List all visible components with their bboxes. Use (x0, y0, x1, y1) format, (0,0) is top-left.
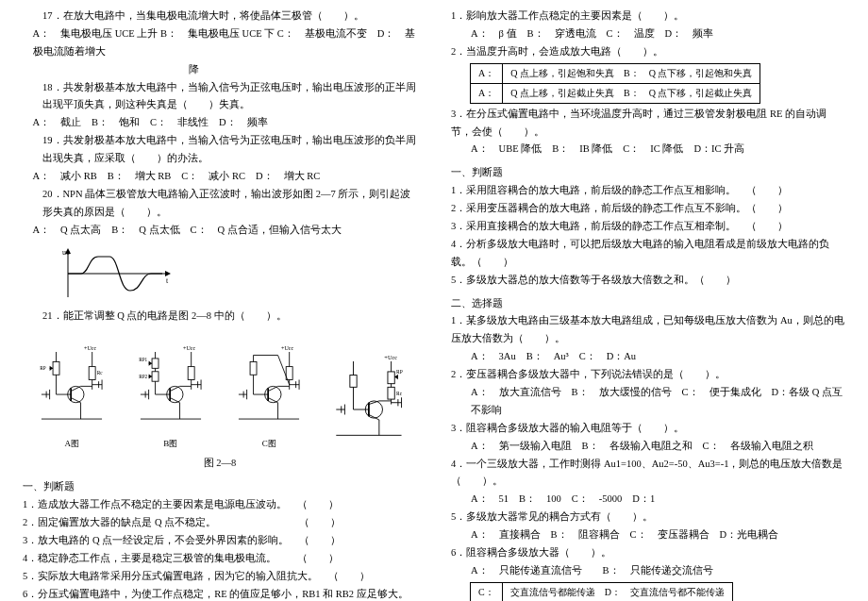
svg-rect-8 (89, 367, 95, 380)
r-judgment-2: 2．采用变压器耦合的放大电路，前后级的静态工作点互不影响。（ ） (451, 200, 845, 218)
svg-rect-99 (350, 376, 357, 388)
question-17: 17．在放大电路中，当集电极电流增大时，将使晶体三极管（ ）。 (23, 8, 417, 25)
circuit-a-label: A图 (65, 439, 80, 448)
r-select-5-options: A： 直接耦合 B： 阻容耦合 C： 变压器耦合 D：光电耦合 (451, 526, 845, 544)
svg-text:+Ucc: +Ucc (281, 346, 293, 352)
r-select-1-options: A： 3Au B： Au³ C： D：Au (451, 348, 845, 366)
circuit-c-label: C图 (262, 439, 276, 448)
r-select-3-options: A： 第一级输入电阻 B： 各级输入电阻之和 C： 各级输入电阻之积 (451, 438, 845, 456)
svg-marker-23 (50, 366, 53, 371)
svg-text:RP: RP (40, 365, 45, 371)
svg-text:t: t (166, 276, 169, 285)
section-judgment: 一、判断题 (23, 478, 417, 496)
circuit-d: +Ucc RP Rc (326, 349, 410, 451)
r-select-1: 1．某多级放大电路由三级基本放大电路组成，已知每级电压放大倍数为 Au，则总的电… (451, 312, 845, 348)
svg-text:Rc: Rc (396, 392, 403, 397)
svg-text:+Ucc: +Ucc (183, 346, 195, 352)
r-judgment-3: 3．采用直接耦合的放大电路，前后级的静态工作点互相牵制。 （ ） (451, 218, 845, 236)
judgment-6: 6．分压式偏置电路中，为使工作点稳定，RE 的值应足够小，RB1 和 RB2 应… (23, 586, 417, 601)
svg-rect-70 (250, 362, 257, 376)
r-section-judgment: 一、判断题 (451, 164, 845, 182)
r-question-3-options: A： UBE 降低 B： IB 降低 C： IC 降低 D：IC 升高 (451, 141, 845, 159)
judgment-2: 2．固定偏置放大器的缺点是 Q 点不稳定。 （ ） (23, 514, 417, 532)
question-19-options: A： 减小 RB B： 增大 RB C： 减小 RC D： 增大 RC (13, 168, 418, 186)
r-judgment-4: 4．分析多级放大电路时，可以把后级放大电路的输入电阻看成是前级放大电路的负载。（… (451, 236, 845, 272)
r-select-4-options: A： 51 B： 100 C： -5000 D：1 (451, 491, 845, 509)
r-select-2-options: A： 放大直流信号 B： 放大缓慢的信号 C： 便于集成化 D：各级 Q 点互不… (451, 384, 845, 420)
svg-line-75 (278, 356, 290, 385)
svg-text:+Ucc: +Ucc (84, 346, 96, 352)
figure-2-8: +Ucc Rc RP (23, 328, 417, 451)
r-select-2: 2．变压器耦合多级放大器中，下列说法错误的是（ ）。 (451, 366, 845, 384)
r-question-1-options: A： β 值 B： 穿透电流 C： 温度 D： 频率 (451, 25, 845, 43)
svg-text:RP1: RP1 (139, 358, 147, 363)
judgment-3: 3．放大电路的 Q 点一经设定后，不会受外界因素的影响。 （ ） (23, 532, 417, 550)
question-19: 19．共发射极基本放大电路中，当输入信号为正弦电压时，输出电压波形的负半周出现失… (23, 132, 417, 168)
svg-marker-88 (394, 375, 398, 379)
r-select-6-table: C：交直流信号都能传递 D： 交直流信号都不能传递 (470, 582, 733, 601)
svg-rect-85 (388, 372, 394, 384)
question-18: 18．共发射极基本放大电路中，当输入信号为正弦电压时，输出电压波形的正半周出现平… (23, 79, 417, 115)
r-question-3: 3．在分压式偏置电路中，当环境温度升高时，通过三极管发射极电阻 RE 的自动调节… (451, 106, 845, 142)
r-judgment-5: 5．多级放大器总的放大倍数等于各级放大倍数之和。（ ） (451, 272, 845, 290)
circuit-c: +Ucc C图 (226, 342, 311, 451)
r-select-6: 6．阻容耦合多级放大器（ ）。 (451, 544, 845, 562)
question-18-options: A： 截止 B： 饱和 C： 非线性 D： 频率 (13, 114, 418, 132)
judgment-4: 4．稳定静态工作点，主要是稳定三极管的集电极电流。 （ ） (23, 550, 417, 568)
question-17-options: A： 集电极电压 UCE 上升 B： 集电极电压 UCE 下 C： 基极电流不变… (13, 25, 418, 79)
r-select-6a: A： 只能传递直流信号 B： 只能传递交流信号 (451, 562, 845, 580)
svg-text:RP2: RP2 (139, 374, 147, 379)
r-select-5: 5．多级放大器常见的耦合方式有（ ）。 (451, 509, 845, 526)
left-column: 17．在放大电路中，当集电极电流增大时，将使晶体三极管（ ）。 A： 集电极电压… (0, 0, 434, 601)
circuit-b: +Ucc RP1 RP2 (128, 342, 213, 451)
svg-rect-41 (152, 359, 159, 368)
question-20: 20．NPN 晶体三极管放大电路输入正弦波时，输出波形如图 2—7 所示，则引起… (23, 186, 417, 222)
r-select-3: 3．阻容耦合多级放大器的输入电阻等于（ ）。 (451, 420, 845, 438)
r-question-2-table: A：Q 点上移，引起饱和失真 B： Q 点下移，引起饱和失真 A：Q 点上移，引… (470, 63, 760, 104)
svg-rect-89 (388, 388, 394, 400)
right-column: 1．影响放大器工作点稳定的主要因素是（ ）。 A： β 值 B： 穿透电流 C：… (434, 0, 868, 601)
svg-rect-33 (188, 367, 194, 380)
svg-rect-45 (152, 372, 159, 381)
r-judgment-1: 1．采用阻容耦合的放大电路，前后级的静态工作点互相影响。 （ ） (451, 182, 845, 200)
svg-text:Rc: Rc (97, 371, 103, 376)
r-question-1: 1．影响放大器工作点稳定的主要因素是（ ）。 (451, 8, 845, 25)
judgment-1: 1．造成放大器工作点不稳定的主要因素是电源电压波动。 （ ） (23, 496, 417, 514)
svg-marker-48 (148, 375, 151, 379)
r-question-2: 2．当温度升高时，会造成放大电路（ ）。 (451, 43, 845, 61)
svg-text:uo: uo (62, 248, 70, 257)
judgment-5: 5．实际放大电路常采用分压式偏置电路，因为它的输入阻抗大。 （ ） (23, 568, 417, 586)
svg-text:RP: RP (396, 369, 403, 375)
circuit-b-label: B图 (163, 439, 177, 448)
waveform-diagram: uo t (62, 245, 175, 302)
r-select-4: 4．一个三级放大器，工作时测得 Au1=100、Au2=-50、Au3=-1，则… (451, 456, 845, 492)
question-20-options: A： Q 点太高 B： Q 点太低 C： Q 点合适，但输入信号太大 (13, 222, 418, 240)
svg-rect-17 (53, 362, 59, 376)
question-21: 21．能正常调整 Q 点的电路是图 2—8 中的（ ）。 (23, 308, 417, 326)
figure-caption: 图 2—8 (23, 455, 417, 473)
circuit-a: +Ucc Rc RP (29, 342, 114, 451)
r-section-select: 二、选择题 (451, 295, 845, 313)
svg-text:+Ucc: +Ucc (384, 355, 397, 361)
svg-marker-44 (148, 361, 151, 366)
